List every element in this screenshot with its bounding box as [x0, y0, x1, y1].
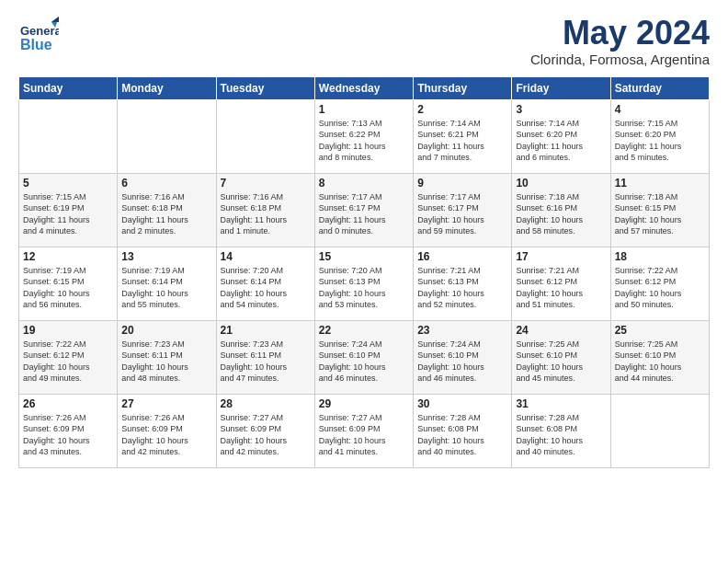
- day-number: 27: [121, 397, 211, 410]
- week-row-2: 12Sunrise: 7:19 AM Sunset: 6:15 PM Dayli…: [19, 247, 710, 320]
- day-info: Sunrise: 7:14 AM Sunset: 6:20 PM Dayligh…: [516, 118, 606, 164]
- day-info: Sunrise: 7:15 AM Sunset: 6:20 PM Dayligh…: [615, 118, 705, 164]
- day-number: 9: [417, 177, 507, 190]
- table-row: 4Sunrise: 7:15 AM Sunset: 6:20 PM Daylig…: [610, 99, 709, 173]
- main-title: May 2024: [530, 15, 710, 52]
- table-row: [19, 99, 118, 173]
- day-info: Sunrise: 7:23 AM Sunset: 6:11 PM Dayligh…: [221, 339, 311, 385]
- day-number: 20: [121, 324, 211, 337]
- table-row: 12Sunrise: 7:19 AM Sunset: 6:15 PM Dayli…: [19, 247, 118, 320]
- calendar: Sunday Monday Tuesday Wednesday Thursday…: [18, 76, 710, 468]
- day-info: Sunrise: 7:14 AM Sunset: 6:21 PM Dayligh…: [417, 118, 507, 164]
- sub-title: Clorinda, Formosa, Argentina: [530, 52, 710, 67]
- table-row: 11Sunrise: 7:18 AM Sunset: 6:15 PM Dayli…: [610, 173, 709, 247]
- table-row: 28Sunrise: 7:27 AM Sunset: 6:09 PM Dayli…: [216, 394, 314, 467]
- day-number: 18: [615, 250, 705, 263]
- day-info: Sunrise: 7:22 AM Sunset: 6:12 PM Dayligh…: [615, 265, 705, 311]
- table-row: 8Sunrise: 7:17 AM Sunset: 6:17 PM Daylig…: [314, 173, 413, 247]
- day-number: 6: [121, 177, 211, 190]
- table-row: [610, 394, 709, 467]
- day-number: 8: [319, 177, 409, 190]
- day-info: Sunrise: 7:24 AM Sunset: 6:10 PM Dayligh…: [319, 339, 409, 385]
- day-info: Sunrise: 7:13 AM Sunset: 6:22 PM Dayligh…: [319, 118, 409, 164]
- col-thursday: Thursday: [414, 76, 512, 99]
- col-saturday: Saturday: [610, 76, 709, 99]
- col-friday: Friday: [512, 76, 610, 99]
- col-wednesday: Wednesday: [314, 76, 413, 99]
- calendar-header-row: Sunday Monday Tuesday Wednesday Thursday…: [19, 76, 710, 99]
- week-row-0: 1Sunrise: 7:13 AM Sunset: 6:22 PM Daylig…: [19, 99, 710, 173]
- day-number: 7: [221, 177, 311, 190]
- day-info: Sunrise: 7:20 AM Sunset: 6:14 PM Dayligh…: [221, 265, 311, 311]
- logo-icon: General Blue: [18, 15, 59, 55]
- day-info: Sunrise: 7:28 AM Sunset: 6:08 PM Dayligh…: [516, 412, 606, 458]
- day-number: 5: [23, 177, 113, 190]
- day-info: Sunrise: 7:21 AM Sunset: 6:13 PM Dayligh…: [417, 265, 507, 311]
- table-row: 13Sunrise: 7:19 AM Sunset: 6:14 PM Dayli…: [118, 247, 216, 320]
- day-info: Sunrise: 7:28 AM Sunset: 6:08 PM Dayligh…: [417, 412, 507, 458]
- svg-text:Blue: Blue: [20, 37, 52, 52]
- day-info: Sunrise: 7:26 AM Sunset: 6:09 PM Dayligh…: [23, 412, 113, 458]
- day-info: Sunrise: 7:17 AM Sunset: 6:17 PM Dayligh…: [319, 191, 409, 237]
- col-sunday: Sunday: [19, 76, 118, 99]
- day-number: 13: [121, 250, 211, 263]
- day-number: 3: [516, 103, 606, 116]
- table-row: 2Sunrise: 7:14 AM Sunset: 6:21 PM Daylig…: [414, 99, 512, 173]
- table-row: 20Sunrise: 7:23 AM Sunset: 6:11 PM Dayli…: [118, 320, 216, 394]
- table-row: 23Sunrise: 7:24 AM Sunset: 6:10 PM Dayli…: [414, 320, 512, 394]
- day-info: Sunrise: 7:24 AM Sunset: 6:10 PM Dayligh…: [417, 339, 507, 385]
- title-block: May 2024 Clorinda, Formosa, Argentina: [530, 15, 710, 67]
- day-number: 25: [615, 324, 705, 337]
- day-number: 17: [516, 250, 606, 263]
- page: General Blue May 2024 Clorinda, Formosa,…: [0, 0, 728, 477]
- day-info: Sunrise: 7:27 AM Sunset: 6:09 PM Dayligh…: [221, 412, 311, 458]
- table-row: 19Sunrise: 7:22 AM Sunset: 6:12 PM Dayli…: [19, 320, 118, 394]
- day-info: Sunrise: 7:18 AM Sunset: 6:16 PM Dayligh…: [516, 191, 606, 237]
- day-number: 30: [417, 397, 507, 410]
- day-number: 22: [319, 324, 409, 337]
- table-row: 9Sunrise: 7:17 AM Sunset: 6:17 PM Daylig…: [414, 173, 512, 247]
- day-info: Sunrise: 7:20 AM Sunset: 6:13 PM Dayligh…: [319, 265, 409, 311]
- day-number: 14: [221, 250, 311, 263]
- day-number: 15: [319, 250, 409, 263]
- day-info: Sunrise: 7:26 AM Sunset: 6:09 PM Dayligh…: [121, 412, 211, 458]
- day-number: 16: [417, 250, 507, 263]
- table-row: 16Sunrise: 7:21 AM Sunset: 6:13 PM Dayli…: [414, 247, 512, 320]
- table-row: 1Sunrise: 7:13 AM Sunset: 6:22 PM Daylig…: [314, 99, 413, 173]
- day-info: Sunrise: 7:21 AM Sunset: 6:12 PM Dayligh…: [516, 265, 606, 311]
- header: General Blue May 2024 Clorinda, Formosa,…: [18, 15, 710, 67]
- day-number: 24: [516, 324, 606, 337]
- table-row: 3Sunrise: 7:14 AM Sunset: 6:20 PM Daylig…: [512, 99, 610, 173]
- week-row-3: 19Sunrise: 7:22 AM Sunset: 6:12 PM Dayli…: [19, 320, 710, 394]
- svg-marker-3: [51, 17, 59, 22]
- day-number: 1: [319, 103, 409, 116]
- day-number: 31: [516, 397, 606, 410]
- table-row: [216, 99, 314, 173]
- table-row: 6Sunrise: 7:16 AM Sunset: 6:18 PM Daylig…: [118, 173, 216, 247]
- day-number: 21: [221, 324, 311, 337]
- logo: General Blue: [18, 15, 61, 55]
- day-number: 10: [516, 177, 606, 190]
- day-number: 28: [221, 397, 311, 410]
- table-row: 10Sunrise: 7:18 AM Sunset: 6:16 PM Dayli…: [512, 173, 610, 247]
- table-row: 25Sunrise: 7:25 AM Sunset: 6:10 PM Dayli…: [610, 320, 709, 394]
- day-info: Sunrise: 7:17 AM Sunset: 6:17 PM Dayligh…: [417, 191, 507, 237]
- table-row: 26Sunrise: 7:26 AM Sunset: 6:09 PM Dayli…: [19, 394, 118, 467]
- day-info: Sunrise: 7:25 AM Sunset: 6:10 PM Dayligh…: [615, 339, 705, 385]
- col-tuesday: Tuesday: [216, 76, 314, 99]
- day-info: Sunrise: 7:16 AM Sunset: 6:18 PM Dayligh…: [121, 191, 211, 237]
- table-row: 17Sunrise: 7:21 AM Sunset: 6:12 PM Dayli…: [512, 247, 610, 320]
- day-number: 19: [23, 324, 113, 337]
- table-row: 24Sunrise: 7:25 AM Sunset: 6:10 PM Dayli…: [512, 320, 610, 394]
- day-info: Sunrise: 7:23 AM Sunset: 6:11 PM Dayligh…: [121, 339, 211, 385]
- day-info: Sunrise: 7:16 AM Sunset: 6:18 PM Dayligh…: [221, 191, 311, 237]
- table-row: 14Sunrise: 7:20 AM Sunset: 6:14 PM Dayli…: [216, 247, 314, 320]
- table-row: 29Sunrise: 7:27 AM Sunset: 6:09 PM Dayli…: [314, 394, 413, 467]
- table-row: 31Sunrise: 7:28 AM Sunset: 6:08 PM Dayli…: [512, 394, 610, 467]
- day-info: Sunrise: 7:27 AM Sunset: 6:09 PM Dayligh…: [319, 412, 409, 458]
- table-row: 27Sunrise: 7:26 AM Sunset: 6:09 PM Dayli…: [118, 394, 216, 467]
- day-number: 11: [615, 177, 705, 190]
- day-info: Sunrise: 7:15 AM Sunset: 6:19 PM Dayligh…: [23, 191, 113, 237]
- table-row: 5Sunrise: 7:15 AM Sunset: 6:19 PM Daylig…: [19, 173, 118, 247]
- col-monday: Monday: [118, 76, 216, 99]
